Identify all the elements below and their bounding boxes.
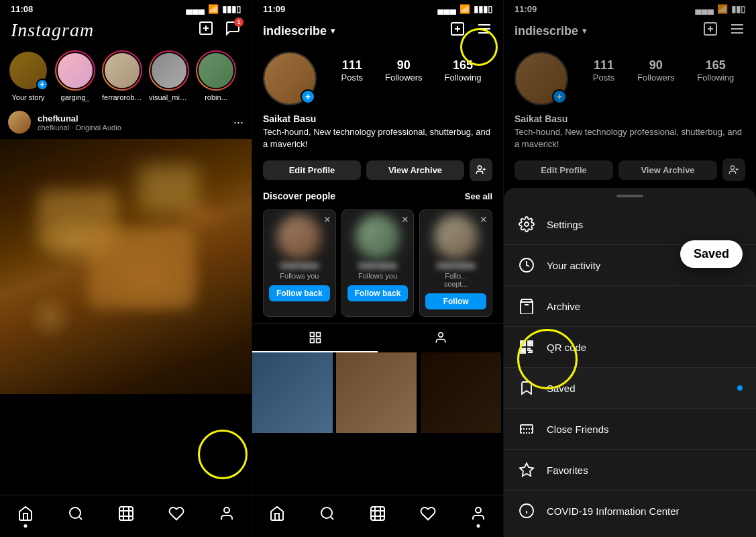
menu-drawer: Settings Your activity Archive (504, 188, 756, 537)
svg-point-20 (438, 333, 443, 338)
see-all-link[interactable]: See all (465, 191, 492, 201)
story-item-ferraro[interactable]: ferraroroberto (102, 50, 142, 101)
svg-rect-17 (316, 333, 320, 337)
close-person-3-button[interactable]: ✕ (480, 214, 488, 225)
story-item-robin[interactable]: robin... (196, 50, 236, 101)
covid-label: COVID-19 Information Center (547, 505, 743, 517)
add-story-button[interactable]: + (36, 79, 48, 91)
discover-section: Discover people See all ✕ Username Follo… (252, 191, 503, 324)
drawer-overlay[interactable] (504, 0, 756, 188)
my-story-item[interactable]: + Your story (8, 50, 48, 101)
menu-item-favorites[interactable]: Favorites (504, 450, 756, 491)
status-bar-feed: 11:08 ▄▄▄ 📶 ▮▮▮▯ (0, 0, 252, 17)
svg-line-4 (78, 517, 81, 520)
feed-panel: 11:08 ▄▄▄ 📶 ▮▮▮▯ Instagram 1 + Your (0, 0, 252, 537)
menu-item-close-friends[interactable]: Close Friends (504, 409, 756, 450)
wifi-icon: 📶 (208, 4, 219, 14)
activity-icon (517, 256, 536, 275)
story-name-ferraro: ferraroroberto (102, 93, 142, 101)
star-icon (517, 460, 536, 479)
reels-nav-p2[interactable] (368, 503, 388, 524)
wifi-icon-p2: 📶 (460, 4, 470, 14)
menu-item-saved[interactable]: Saved (504, 368, 756, 409)
posts-count: 111 (342, 58, 362, 72)
svg-rect-40 (529, 342, 531, 344)
following-label: Following (445, 72, 482, 83)
search-nav-p2[interactable] (317, 503, 337, 524)
post-more-button[interactable]: ··· (233, 115, 244, 130)
add-person-button[interactable] (470, 158, 492, 181)
add-content-button[interactable] (449, 21, 466, 41)
photo-cell-1[interactable] (252, 352, 333, 433)
grid-tab-posts[interactable] (252, 324, 378, 352)
hamburger-menu-button[interactable] (476, 21, 492, 41)
person-card-2: ✕ Username Follows you Follow back (341, 209, 415, 317)
saved-icon (517, 379, 536, 397)
follow-back-button-1[interactable]: Follow back (269, 285, 330, 301)
svg-point-3 (70, 507, 80, 518)
menu-item-settings[interactable]: Settings (504, 204, 756, 245)
story-item-garging[interactable]: garging_ (55, 50, 95, 101)
profile-header-icons (449, 21, 492, 41)
profile-header-bar: indiescribe ▾ (252, 17, 503, 46)
posts-stat[interactable]: 111 Posts (341, 58, 363, 83)
menu-item-activity[interactable]: Your activity (504, 245, 756, 286)
profile-add-button[interactable]: + (301, 89, 315, 104)
instagram-logo: Instagram (11, 19, 94, 41)
grid-tab-tagged[interactable] (378, 324, 503, 352)
new-post-button[interactable] (198, 20, 214, 40)
story-avatar-robin (196, 50, 236, 91)
home-nav-p2[interactable] (267, 503, 287, 524)
heart-nav-button[interactable] (166, 503, 186, 524)
profile-actions: Edit Profile View Archive (252, 158, 503, 191)
home-nav-button[interactable] (15, 503, 36, 524)
photo-cell-2[interactable] (336, 352, 417, 433)
person-avatar-2 (356, 215, 400, 259)
follows-you-2: Follows you (347, 272, 409, 280)
reels-nav-button[interactable] (116, 503, 136, 524)
story-item-visual[interactable]: visual_minim... (149, 50, 189, 101)
following-count: 165 (453, 58, 473, 72)
saved-dot-indicator (737, 385, 743, 391)
close-friends-label: Close Friends (547, 424, 743, 435)
svg-rect-38 (522, 342, 524, 344)
followers-stat[interactable]: 90 Followers (385, 58, 423, 83)
following-stat[interactable]: 165 Following (445, 58, 482, 83)
post-subtitle: chefkunal · Original Audio (38, 124, 227, 132)
view-archive-button[interactable]: View Archive (366, 160, 464, 180)
profile-display-name: Saikat Basu (263, 113, 492, 124)
messages-button[interactable]: 1 (225, 20, 241, 40)
profile-bio: Saikat Basu Tech-hound, New technology p… (252, 113, 503, 158)
archive-label: Archive (547, 301, 743, 312)
qr-label: QR code (547, 342, 743, 353)
svg-point-24 (476, 507, 481, 513)
signal-icon-p2: ▄▄▄ (437, 4, 456, 14)
close-person-2-button[interactable]: ✕ (401, 214, 409, 225)
svg-point-6 (224, 507, 229, 513)
menu-item-covid[interactable]: COVID-19 Information Center (504, 491, 756, 531)
close-person-1-button[interactable]: ✕ (323, 214, 331, 225)
grid-tabs (252, 324, 503, 352)
person-avatar-3 (434, 215, 478, 259)
menu-item-archive[interactable]: Archive (504, 286, 756, 327)
heart-nav-p2[interactable] (418, 503, 438, 524)
svg-rect-19 (316, 339, 320, 343)
search-nav-button[interactable] (66, 503, 86, 524)
photo-cell-3[interactable] (421, 352, 501, 433)
profile-nav-button[interactable] (217, 503, 237, 524)
archive-icon (517, 297, 536, 315)
edit-profile-button[interactable]: Edit Profile (263, 160, 361, 180)
follow-button-3[interactable]: Follow (425, 293, 486, 309)
profile-nav-p2[interactable] (468, 503, 488, 524)
profile-avatar-wrap: + (263, 52, 317, 105)
svg-marker-48 (520, 463, 533, 476)
person-name-1: Username (269, 261, 330, 271)
menu-item-qr[interactable]: QR code (504, 327, 756, 368)
status-bar-profile: 11:09 ▄▄▄ 📶 ▮▮▮▯ (252, 0, 503, 17)
person-avatar-1 (277, 215, 321, 259)
profile-username: indiescribe (263, 24, 327, 38)
profile-info: + 111 Posts 90 Followers 165 Following (252, 46, 503, 113)
activity-label: Your activity (547, 260, 743, 271)
follow-back-button-2[interactable]: Follow back (347, 285, 409, 301)
username-dropdown-arrow[interactable]: ▾ (331, 26, 335, 36)
